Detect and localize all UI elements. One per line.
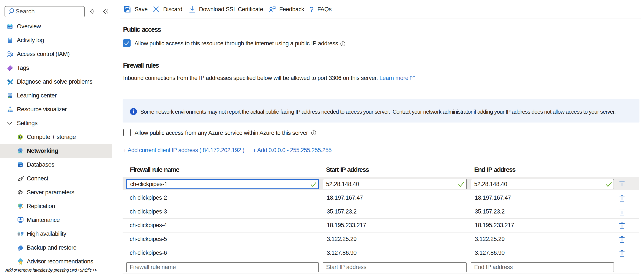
svg-text:My: My — [8, 26, 12, 29]
svg-text:DB: DB — [19, 164, 22, 167]
svg-text:101: 101 — [9, 94, 11, 96]
